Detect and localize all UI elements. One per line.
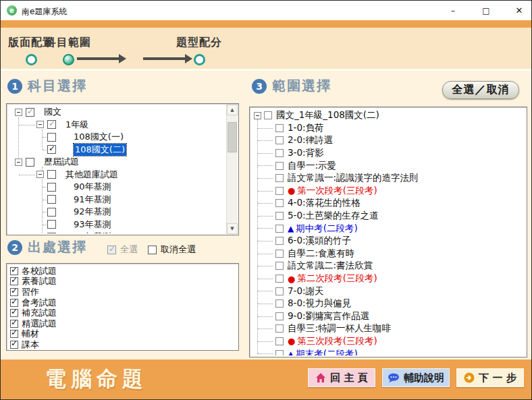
range-tree-row[interactable]: 自學二:食蔥有時	[251, 248, 525, 260]
item-checkbox[interactable]	[10, 309, 18, 317]
source-list-item[interactable]: 各校試題	[8, 266, 237, 277]
tree-item-label[interactable]: 108國文(二)	[74, 144, 126, 156]
range-tree-row[interactable]: 自學三:特調一杯人生咖啡	[251, 322, 525, 335]
tree-checkbox[interactable]	[47, 120, 56, 129]
tree-item-label[interactable]: 語文常識一:認識漢字的造字法則	[288, 172, 419, 184]
range-tree-row[interactable]: 8-0:視力與偏見	[251, 297, 525, 310]
range-tree-row[interactable]: 7-0:謝天	[251, 285, 525, 297]
tree-item-label[interactable]: 期末考(二段考)	[296, 348, 358, 355]
tree-checkbox[interactable]	[47, 133, 56, 142]
range-tree-row[interactable]: 語文常識一:認識漢字的造字法則	[251, 172, 525, 185]
tree-item-label[interactable]: 3-0:背影	[288, 147, 324, 159]
tree-checkbox[interactable]	[47, 183, 56, 192]
item-checkbox[interactable]	[10, 341, 18, 349]
source-list-item[interactable]: 輔材	[8, 329, 237, 340]
tree-checkbox[interactable]	[275, 174, 284, 182]
tree-checkbox[interactable]	[275, 149, 284, 157]
source-list-item[interactable]: 課本	[8, 339, 237, 349]
tree-item-label[interactable]: 93年基測	[74, 219, 111, 231]
tree-checkbox[interactable]	[264, 111, 272, 119]
range-tree-row[interactable]: 4-0:落花生的性格	[251, 197, 525, 210]
select-all-toggle-button[interactable]: 全選／取消	[442, 81, 519, 99]
tree-checkbox[interactable]	[47, 208, 56, 217]
item-checkbox[interactable]	[10, 299, 18, 307]
tree-item-label[interactable]: 第二次段考(三段考)	[297, 273, 377, 285]
tree-checkbox[interactable]	[275, 312, 284, 320]
tree-checkbox[interactable]	[47, 145, 56, 154]
tree-item-label[interactable]: 6-0:溪頭的竹子	[288, 235, 351, 247]
range-tree-row[interactable]: 自學一:示愛	[251, 159, 525, 172]
tree-item-label[interactable]: 語文常識二:書法欣賞	[288, 260, 373, 272]
tree-row[interactable]: 90年基測	[8, 181, 225, 194]
deselect-all-checkbox[interactable]: 取消全選	[148, 244, 196, 256]
source-list-item[interactable]: 素養試題	[8, 277, 237, 287]
tree-item-label[interactable]: 8-0:視力與偏見	[288, 297, 351, 310]
checkbox-icon[interactable]	[148, 246, 157, 254]
range-tree-row[interactable]: 6-0:溪頭的竹子	[251, 235, 525, 248]
tree-item-label[interactable]: 自學三:特調一杯人生咖啡	[288, 322, 391, 335]
tree-item-label[interactable]: 9-0:劉墉寓言作品選	[288, 310, 369, 322]
tree-checkbox[interactable]	[47, 195, 56, 204]
tree-checkbox[interactable]	[47, 170, 56, 179]
tree-checkbox[interactable]	[275, 350, 284, 355]
tree-checkbox[interactable]	[275, 187, 284, 195]
range-tree-row[interactable]: 1-0:負荷	[251, 122, 525, 135]
tree-checkbox[interactable]	[26, 158, 34, 167]
tree-checkbox[interactable]	[275, 262, 284, 270]
subject-tree-scrollbar[interactable]	[226, 105, 238, 234]
tree-item-label[interactable]: 1-0:負荷	[288, 122, 324, 134]
tree-row[interactable]: 92年基測	[8, 206, 225, 219]
tree-item-label[interactable]: 其他題庫試題	[65, 169, 118, 181]
tree-checkbox[interactable]	[275, 299, 284, 308]
tree-row[interactable]: 其他題庫試題	[8, 169, 225, 181]
range-tree-row[interactable]: 9-0:劉墉寓言作品選	[251, 310, 525, 323]
tree-row[interactable]: 歷屆試題	[8, 156, 225, 169]
tree-item-label[interactable]: 國文_1年級_108國文(二)	[276, 109, 379, 121]
tree-item-label[interactable]: 第三次段考(三段考)	[297, 335, 377, 347]
range-tree-row[interactable]: 5-0:土芭樂的生存之道	[251, 210, 525, 223]
source-list-item[interactable]: 習作	[8, 287, 237, 297]
tree-expander-icon[interactable]	[254, 112, 261, 119]
tree-checkbox[interactable]	[275, 212, 284, 220]
tree-checkbox[interactable]	[275, 275, 284, 283]
home-button[interactable]: 回 主 頁	[308, 368, 375, 387]
tree-checkbox[interactable]	[26, 108, 34, 117]
range-tree-row[interactable]: 2-0:律詩選	[251, 134, 525, 147]
tree-checkbox[interactable]	[275, 199, 284, 207]
tree-checkbox[interactable]	[275, 136, 284, 144]
tree-expander-icon[interactable]	[36, 121, 44, 128]
tree-item-label[interactable]: 歷屆試題	[44, 156, 79, 168]
tree-checkbox[interactable]	[275, 237, 284, 245]
tree-item-label[interactable]: 2-0:律詩選	[288, 134, 333, 146]
source-list-item[interactable]: 精選試題	[8, 318, 237, 329]
maximize-button[interactable]: □	[481, 6, 491, 16]
help-button[interactable]: 輔助說明	[382, 368, 450, 387]
source-list-item[interactable]: 會考試題	[8, 297, 237, 308]
tree-item-label[interactable]: 期中考(二段考)	[296, 223, 358, 235]
tree-checkbox[interactable]	[275, 250, 284, 258]
select-all-checkbox[interactable]: 全選	[107, 244, 138, 256]
source-list-item[interactable]: 補充試題	[8, 308, 237, 318]
tree-row[interactable]: 94年基測	[8, 231, 225, 233]
item-checkbox[interactable]	[10, 320, 18, 328]
range-tree-row[interactable]: 語文常識二:書法欣賞	[251, 260, 525, 273]
tree-item-label[interactable]: 5-0:土芭樂的生存之道	[288, 210, 379, 222]
tree-checkbox[interactable]	[275, 124, 284, 132]
tree-checkbox[interactable]	[275, 225, 284, 233]
tree-item-label[interactable]: 92年基測	[74, 206, 111, 218]
next-step-button[interactable]: 下 一 步	[456, 368, 524, 387]
tree-item-label[interactable]: 108國文(一)	[74, 131, 124, 143]
tree-item-label[interactable]: 第一次段考(三段考)	[297, 185, 377, 197]
tree-row[interactable]: 國文	[8, 106, 225, 119]
tree-item-label[interactable]: 7-0:謝天	[288, 285, 324, 297]
tree-item-label[interactable]: 94年基測	[74, 231, 111, 233]
item-checkbox[interactable]	[10, 267, 18, 275]
minimize-button[interactable]: –	[448, 5, 458, 16]
tree-expander-icon[interactable]	[15, 109, 22, 116]
tree-row[interactable]: 108國文(二)	[8, 144, 225, 156]
range-tree-row[interactable]: 3-0:背影	[251, 147, 525, 160]
item-checkbox[interactable]	[10, 330, 18, 338]
tree-item-label[interactable]: 國文	[44, 106, 61, 118]
range-tree-row[interactable]: ▲期中考(二段考)	[251, 222, 525, 235]
tree-checkbox[interactable]	[275, 337, 284, 345]
